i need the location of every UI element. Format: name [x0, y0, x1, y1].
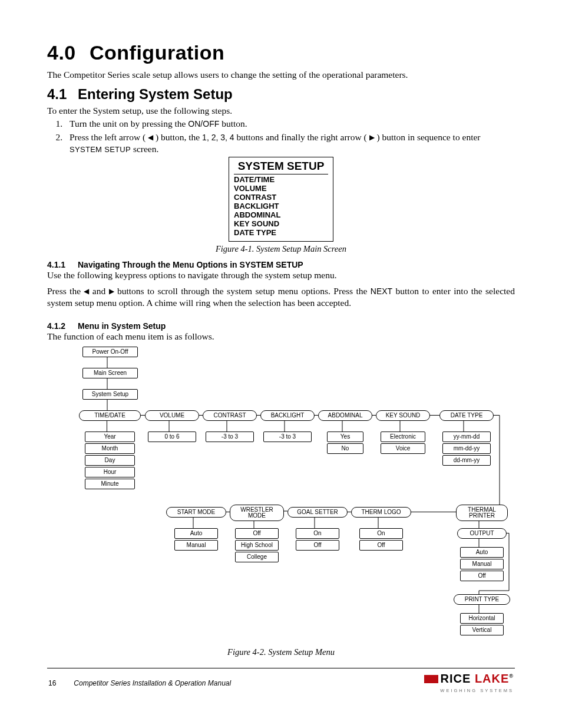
chart-node: ABDOMINAL — [318, 410, 372, 421]
section-heading: 4.0Configuration — [47, 41, 515, 64]
menu-intro: The function of each menu item is as fol… — [47, 331, 515, 342]
chart-node: BACKLIGHT — [260, 410, 315, 421]
chart-node: START MODE — [166, 507, 226, 518]
page-footer: 16 Competitor Series Installation & Oper… — [47, 672, 515, 694]
chart-node: Manual — [460, 559, 504, 569]
footer-title: Competitor Series Installation & Operati… — [74, 679, 424, 687]
subsection-number: 4.1 — [47, 86, 78, 103]
figure-1-caption: Figure 4-1. System Setup Main Screen — [47, 244, 515, 254]
chart-node: TIME/DATE — [79, 410, 141, 421]
left-arrow-icon: ◀ — [148, 133, 153, 142]
chart-node: THERMALPRINTER — [456, 505, 508, 521]
setup-item: BACKLIGHT — [234, 202, 328, 211]
chart-node: Off — [359, 540, 403, 551]
chart-node: High School — [235, 540, 279, 551]
chart-node: Main Screen — [82, 368, 138, 378]
chart-node: Minute — [85, 479, 135, 489]
nav-intro: Use the following keypress options to na… — [47, 269, 515, 281]
chart-node: Voice — [381, 443, 425, 454]
chart-node: On — [359, 528, 403, 539]
chart-node: mm-dd-yy — [442, 443, 491, 454]
step-2: Press the left arrow ( ◀ ) button, the 1… — [65, 131, 515, 154]
rice-lake-logo: RICE LAKE® WEIGHING SYSTEMS — [424, 672, 514, 694]
chart-node: Off — [296, 540, 339, 551]
chart-node: GOAL SETTER — [287, 507, 348, 518]
subsubsection-b: 4.1.2Menu in System Setup — [47, 321, 515, 331]
chart-node: Day — [85, 455, 135, 466]
chart-node: CONTRAST — [203, 410, 257, 421]
step-1: Turn the unit on by pressing the ON/OFF … — [65, 118, 515, 130]
num-buttons: 1, 2, 3, 4 — [202, 133, 234, 142]
chart-node: On — [296, 528, 339, 539]
setup-item: ABDOMINAL — [234, 211, 328, 220]
system-setup-box: SYSTEM SETUP DATE/TIMEVOLUMECONTRASTBACK… — [229, 157, 333, 242]
chart-node: 0 to 6 — [148, 431, 196, 442]
setup-item: KEY SOUND — [234, 220, 328, 229]
chart-node: DATE TYPE — [439, 410, 494, 421]
next-label: NEXT — [371, 286, 392, 296]
chart-node: Power On-Off — [82, 347, 138, 357]
chart-node: KEY SOUND — [376, 410, 430, 421]
chart-node: yy-mm-dd — [442, 431, 491, 442]
setup-item: DATE TYPE — [234, 229, 328, 238]
chart-node: No — [327, 443, 363, 454]
chart-node: Vertical — [460, 625, 504, 635]
chart-node: Auto — [460, 547, 504, 558]
footer-rule — [47, 668, 515, 668]
section-title: Configuration — [90, 41, 224, 64]
chart-node: Horizontal — [460, 613, 504, 624]
chart-node: -3 to 3 — [206, 431, 254, 442]
enter-intro: To enter the System setup, use the follo… — [47, 105, 515, 116]
chart-node: Off — [460, 571, 504, 581]
nav-body: Press the ◀ and ▶ buttons to scroll thro… — [47, 285, 515, 308]
chart-node: Hour — [85, 467, 135, 477]
chart-node: Year — [85, 431, 135, 442]
right-arrow-icon: ▶ — [369, 133, 375, 142]
setup-item: CONTRAST — [234, 193, 328, 202]
system-setup-ref: SYSTEM SETUP — [70, 145, 131, 154]
chart-node: College — [235, 552, 279, 562]
setup-item: DATE/TIME — [234, 176, 328, 185]
chart-node: -3 to 3 — [263, 431, 312, 442]
figure-2-caption: Figure 4-2. System Setup Menu — [47, 647, 515, 657]
subsubsection-a: 4.1.1Navigating Through the Menu Options… — [47, 260, 515, 269]
chart-node: THERM LOGO — [351, 507, 411, 518]
chart-node: PRINT TYPE — [454, 594, 510, 605]
chart-node: Off — [235, 528, 279, 539]
chart-node: Auto — [174, 528, 218, 539]
setup-box-title: SYSTEM SETUP — [234, 160, 328, 174]
right-arrow-icon: ▶ — [109, 287, 114, 296]
chart-node: Yes — [327, 431, 363, 442]
page-number: 16 — [48, 679, 56, 687]
section-number: 4.0 — [47, 41, 90, 64]
chart-node: System Setup — [82, 389, 138, 400]
chart-node: dd-mm-yy — [442, 455, 491, 466]
onoff-label: ON/OFF — [188, 119, 219, 129]
subsection-title: Entering System Setup — [78, 86, 233, 102]
setup-item: VOLUME — [234, 185, 328, 193]
chart-node: Manual — [174, 540, 218, 551]
chart-node: Month — [85, 443, 135, 454]
chart-node: OUTPUT — [457, 528, 507, 539]
steps-list: Turn the unit on by pressing the ON/OFF … — [65, 118, 515, 154]
chart-node: VOLUME — [145, 410, 199, 421]
system-setup-flowchart: Power On-OffMain ScreenSystem SetupTIME/… — [65, 347, 530, 647]
subsection-heading: 4.1Entering System Setup — [47, 86, 515, 103]
intro-text: The Competitor Series scale setup allows… — [47, 69, 515, 80]
chart-node: WRESTLERMODE — [230, 505, 284, 521]
chart-node: Electronic — [381, 431, 425, 442]
